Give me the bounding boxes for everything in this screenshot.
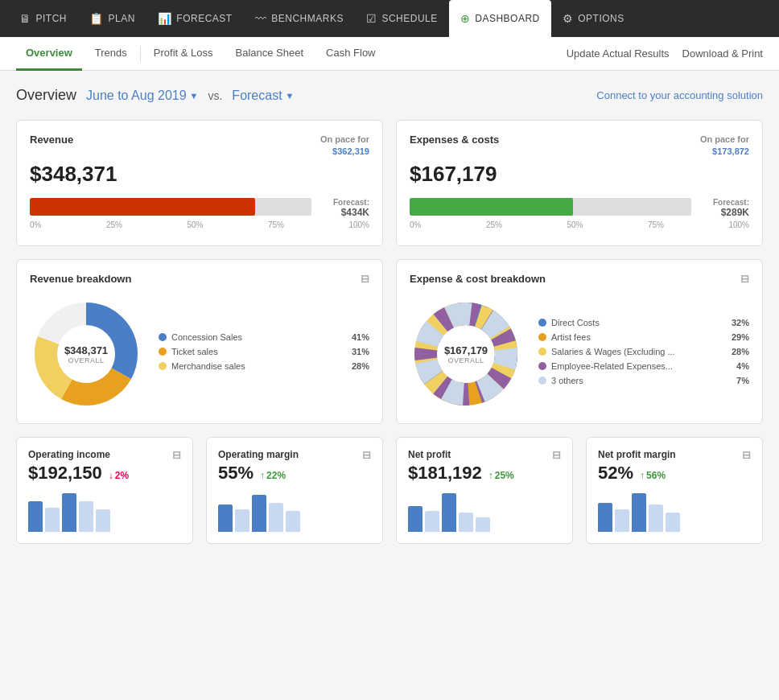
legend-item: Employee-Related Expenses... 4%	[538, 361, 749, 371]
operating-margin-title: Operating margin ⊟	[218, 449, 371, 461]
nav-options[interactable]: ⚙ OPTIONS	[551, 0, 636, 37]
merch-dot	[159, 362, 167, 370]
expenses-on-pace-text: On pace for	[700, 134, 749, 144]
download-print-link[interactable]: Download & Print	[682, 47, 763, 60]
revenue-forecast-label: Forecast: $434K	[321, 198, 369, 218]
artist-fees-pct: 29%	[732, 332, 749, 342]
dashboard-icon: ⊕	[460, 12, 471, 25]
bar	[269, 503, 283, 532]
others-dot	[538, 377, 546, 385]
nav-plan[interactable]: 📋 PLAN	[78, 0, 146, 37]
bar	[598, 503, 612, 532]
bar	[252, 495, 266, 532]
net-profit-value-row: $181,192 ↑ 25%	[408, 463, 561, 484]
page-title: Overview	[16, 87, 76, 104]
bar	[28, 501, 43, 532]
net-profit-value: $181,192	[408, 463, 482, 484]
net-profit-margin-value: 52%	[598, 463, 633, 484]
net-profit-bars	[408, 492, 561, 532]
legend-item: 3 others 7%	[538, 376, 749, 385]
subnav-cash-flow[interactable]: Cash Flow	[316, 37, 385, 71]
revenue-breakdown-icon: ⊟	[361, 273, 369, 285]
operating-margin-bars	[218, 492, 371, 532]
revenue-breakdown-card: Revenue breakdown ⊟ $348,371	[16, 259, 383, 424]
net-profit-title: Net profit ⊟	[408, 449, 561, 461]
expenses-card: Expenses & costs On pace for $173,872 $1…	[396, 120, 763, 246]
operating-income-value: $192,150	[28, 463, 102, 484]
expenses-progress-bar-fill	[410, 198, 573, 216]
net-profit-margin-change: ↑ 56%	[640, 470, 666, 481]
bar	[96, 509, 110, 532]
bar	[615, 509, 629, 532]
expense-donut-chart: $167,179 OVERALL	[410, 298, 522, 410]
net-profit-margin-bars	[598, 492, 751, 532]
expense-donut-container: $167,179 OVERALL Direct Costs 32% Artist…	[410, 298, 749, 410]
merch-pct: 28%	[352, 361, 369, 371]
bar	[286, 511, 300, 532]
revenue-legend: Concession Sales 41% Ticket sales 31% Me…	[159, 332, 369, 376]
nav-benchmarks[interactable]: 〰 BENCHMARKS	[244, 0, 355, 37]
expenses-forecast-label: Forecast: $289K	[701, 198, 749, 218]
comparison-selector[interactable]: Forecast ▼	[232, 89, 294, 103]
bar	[649, 504, 663, 532]
legend-item: Artist fees 29%	[538, 332, 749, 342]
bar	[62, 493, 76, 532]
nav-dashboard[interactable]: ⊕ DASHBOARD	[449, 0, 551, 37]
ticket-dot	[159, 348, 167, 356]
operating-income-title: Operating income ⊟	[28, 449, 181, 461]
nav-schedule[interactable]: ☑ SCHEDULE	[355, 0, 449, 37]
bar	[632, 493, 646, 532]
update-actual-results-link[interactable]: Update Actual Results	[567, 47, 670, 60]
comparison-chevron-icon: ▼	[286, 91, 295, 101]
expense-legend: Direct Costs 32% Artist fees 29% Salarie…	[538, 318, 749, 390]
expenses-progress: Forecast: $289K 0% 25% 50% 75% 100%	[410, 196, 749, 229]
date-range-selector[interactable]: June to Aug 2019 ▼	[86, 89, 198, 103]
sub-nav-right: Update Actual Results Download & Print	[567, 47, 763, 60]
net-profit-change: ↑ 25%	[488, 470, 514, 481]
top-cards-row: Revenue On pace for $362,319 $348,371 Fo…	[16, 120, 763, 246]
sub-nav-left: Overview Trends Profit & Loss Balance Sh…	[16, 37, 385, 71]
bar	[459, 513, 473, 532]
revenue-card-header: Revenue On pace for $362,319	[30, 134, 369, 159]
legend-item: Merchandise sales 28%	[159, 361, 369, 371]
nav-pitch[interactable]: 🖥 PITCH	[8, 0, 78, 37]
expense-donut-center: $167,179 OVERALL	[444, 344, 488, 364]
bar	[235, 509, 249, 532]
connect-accounting-link[interactable]: Connect to your accounting solution	[596, 89, 763, 101]
subnav-balance-sheet[interactable]: Balance Sheet	[226, 37, 314, 71]
ticket-pct: 31%	[352, 347, 369, 356]
up-arrow-icon: ↑	[640, 470, 645, 481]
date-chevron-icon: ▼	[190, 91, 199, 101]
subnav-overview[interactable]: Overview	[16, 37, 82, 71]
direct-costs-label: Direct Costs	[551, 318, 727, 327]
salaries-label: Salaries & Wages (Excluding ...	[551, 347, 727, 356]
bar	[425, 511, 439, 532]
subnav-trends[interactable]: Trends	[85, 37, 137, 71]
revenue-breakdown-title: Revenue breakdown ⊟	[30, 273, 369, 285]
revenue-donut-center: $348,371 OVERALL	[64, 344, 108, 364]
operating-income-change: ↓ 2%	[109, 470, 129, 481]
expenses-forecast-amount: $289K	[701, 207, 749, 218]
expenses-card-header: Expenses & costs On pace for $173,872	[410, 134, 749, 159]
expense-breakdown-card: Expense & cost breakdown ⊟	[396, 259, 763, 424]
benchmarks-icon: 〰	[255, 12, 267, 25]
artist-fees-dot	[538, 333, 546, 341]
nav-forecast[interactable]: 📊 FORECAST	[146, 0, 244, 37]
expense-breakdown-icon: ⊟	[740, 273, 749, 285]
operating-margin-icon: ⊟	[362, 449, 371, 461]
revenue-progress: Forecast: $434K 0% 25% 50% 75% 100%	[30, 196, 369, 229]
operating-income-icon: ⊟	[172, 449, 181, 461]
concession-pct: 41%	[352, 332, 369, 342]
ticket-label: Ticket sales	[171, 347, 347, 356]
revenue-title: Revenue	[30, 134, 73, 146]
bar	[79, 501, 93, 532]
direct-costs-pct: 32%	[732, 318, 749, 327]
revenue-progress-labels: 0% 25% 50% 75% 100%	[30, 220, 369, 229]
expenses-value: $167,179	[410, 162, 749, 187]
operating-income-card: Operating income ⊟ $192,150 ↓ 2%	[16, 437, 193, 544]
employee-dot	[538, 362, 546, 370]
revenue-card: Revenue On pace for $362,319 $348,371 Fo…	[16, 120, 383, 246]
subnav-profit-loss[interactable]: Profit & Loss	[144, 37, 223, 71]
revenue-value: $348,371	[30, 162, 369, 187]
legend-item: Direct Costs 32%	[538, 318, 749, 327]
